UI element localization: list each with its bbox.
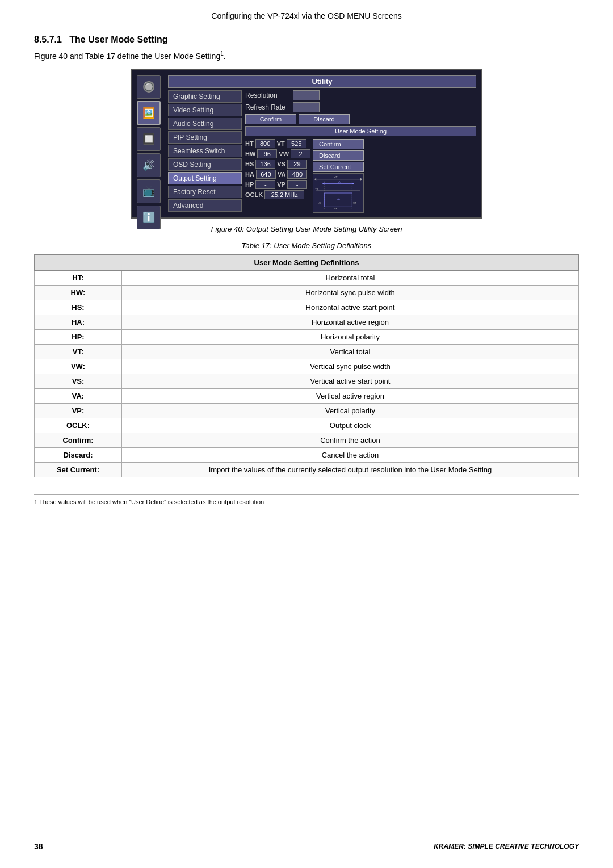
osd-title-bar: Utility bbox=[168, 75, 476, 88]
osd-main: Utility Graphic Setting Video Setting Au… bbox=[168, 75, 476, 213]
vs-label: VS bbox=[277, 161, 285, 167]
table-row: HW:Horizontal sync pulse width bbox=[35, 285, 579, 300]
menu-pip-setting[interactable]: PIP Setting bbox=[168, 131, 242, 144]
table-row: HA:Horizontal active region bbox=[35, 315, 579, 329]
section-title: 8.5.7.1 The User Mode Setting bbox=[34, 35, 579, 45]
svg-marker-2 bbox=[314, 178, 316, 180]
user-mode-set-current-btn[interactable]: Set Current bbox=[313, 162, 364, 172]
svg-marker-1 bbox=[360, 178, 363, 180]
user-mode-discard-btn[interactable]: Discard bbox=[313, 150, 364, 161]
osd-screen: 🔘 🖼️ 🔲 🔊 📺 ℹ️ Utility Graphic Setting Vi… bbox=[131, 69, 482, 219]
field-row-3: HA 640 VA 480 bbox=[245, 170, 310, 179]
vw-value: 2 bbox=[291, 149, 310, 158]
menu-audio-setting[interactable]: Audio Setting bbox=[168, 118, 242, 130]
oclk-row: OCLK 25.2 MHz bbox=[245, 190, 310, 199]
user-mode-confirm-btn[interactable]: Confirm bbox=[313, 139, 364, 149]
va-label: VA bbox=[278, 171, 285, 178]
svg-text:VA: VA bbox=[337, 198, 341, 200]
definition-cell: Horizontal active region bbox=[121, 315, 578, 329]
table-row: VS:Vertical active start point bbox=[35, 374, 579, 388]
menu-video-setting[interactable]: Video Setting bbox=[168, 104, 242, 116]
menu-graphic-setting[interactable]: Graphic Setting bbox=[168, 90, 242, 103]
table-row: VT:Vertical total bbox=[35, 344, 579, 359]
definition-cell: Horizontal sync pulse width bbox=[121, 285, 578, 300]
footnote-area: 1 These values will be used when “User D… bbox=[34, 494, 579, 505]
table-caption: Table 17: User Mode Setting Definitions bbox=[34, 241, 579, 250]
menu-osd-setting[interactable]: OSD Setting bbox=[168, 158, 242, 171]
menu-seamless-switch[interactable]: Seamless Switch bbox=[168, 145, 242, 157]
table-row: Set Current:Import the values of the cur… bbox=[35, 462, 579, 477]
vw-label: VW bbox=[279, 150, 289, 157]
definition-cell: Output clock bbox=[121, 418, 578, 433]
table-row: HT:Horizontal total bbox=[35, 270, 579, 285]
table-row: VP:Vertical polarity bbox=[35, 403, 579, 418]
term-cell: HA: bbox=[35, 315, 122, 329]
definition-cell: Horizontal polarity bbox=[121, 329, 578, 344]
field-row-4: HP - VP - bbox=[245, 180, 310, 189]
vt-value: 525 bbox=[287, 139, 306, 148]
menu-output-setting[interactable]: Output Setting bbox=[168, 172, 242, 184]
definition-cell: Vertical active start point bbox=[121, 374, 578, 388]
refresh-label: Refresh Rate bbox=[245, 103, 291, 111]
osd-icon-5: ℹ️ bbox=[137, 206, 161, 229]
definitions-table: User Mode Setting Definitions HT:Horizon… bbox=[34, 254, 579, 477]
user-mode-content: HT 800 VT 525 HW 96 VW 2 bbox=[245, 139, 476, 213]
table-row: OCLK:Output clock bbox=[35, 418, 579, 433]
resolution-label: Resolution bbox=[245, 91, 291, 99]
svg-text:HA: HA bbox=[334, 207, 338, 210]
menu-factory-reset[interactable]: Factory Reset bbox=[168, 186, 242, 198]
svg-marker-8 bbox=[322, 182, 325, 184]
table-row: VA:Vertical active region bbox=[35, 388, 579, 403]
svg-text:US: US bbox=[318, 202, 321, 204]
ht-label: HT bbox=[245, 140, 254, 147]
definition-cell: Confirm the action bbox=[121, 433, 578, 447]
table-row: Confirm:Confirm the action bbox=[35, 433, 579, 447]
resolution-value bbox=[293, 90, 320, 100]
osd-icon-3: 🔊 bbox=[137, 153, 161, 177]
table-row: Discard:Cancel the action bbox=[35, 447, 579, 462]
confirm-discard-discard-btn[interactable]: Discard bbox=[299, 114, 350, 124]
menu-advanced[interactable]: Advanced bbox=[168, 199, 242, 212]
table-row: VW:Vertical sync pulse width bbox=[35, 359, 579, 374]
page-number: 38 bbox=[34, 842, 43, 851]
oclk-label: OCLK bbox=[245, 191, 263, 198]
table-row: HP:Horizontal polarity bbox=[35, 329, 579, 344]
osd-container: 🔘 🖼️ 🔲 🔊 📺 ℹ️ Utility Graphic Setting Vi… bbox=[34, 69, 579, 219]
table-header: User Mode Setting Definitions bbox=[35, 254, 579, 270]
ha-label: HA bbox=[245, 171, 254, 178]
term-cell: Set Current: bbox=[35, 462, 122, 477]
definition-cell: Cancel the action bbox=[121, 447, 578, 462]
svg-marker-7 bbox=[352, 182, 354, 184]
vp-label: VP bbox=[277, 181, 285, 188]
definition-cell: Vertical total bbox=[121, 344, 578, 359]
timing-diagram: HT HA bbox=[313, 173, 364, 213]
table-row: HS:Horizontal active start point bbox=[35, 300, 579, 315]
hw-value: 96 bbox=[257, 149, 277, 158]
hp-label: HP bbox=[245, 181, 254, 188]
hs-value: 136 bbox=[255, 160, 275, 169]
vs-value: 29 bbox=[287, 160, 307, 169]
action-buttons: Confirm Discard Set Current HT bbox=[313, 139, 364, 213]
term-cell: HP: bbox=[35, 329, 122, 344]
confirm-discard-confirm-btn[interactable]: Confirm bbox=[245, 114, 296, 124]
ha-value: 640 bbox=[256, 170, 276, 179]
term-cell: VS: bbox=[35, 374, 122, 388]
field-row-0: HT 800 VT 525 bbox=[245, 139, 310, 148]
term-cell: HS: bbox=[35, 300, 122, 315]
osd-icon-2: 🔲 bbox=[137, 127, 161, 151]
definition-cell: Horizontal total bbox=[121, 270, 578, 285]
term-cell: Confirm: bbox=[35, 433, 122, 447]
refresh-value bbox=[293, 102, 320, 112]
oclk-value: 25.2 MHz bbox=[264, 190, 304, 199]
hs-label: HS bbox=[245, 161, 254, 167]
resolution-row: Resolution bbox=[245, 90, 476, 100]
field-row-1: HW 96 VW 2 bbox=[245, 149, 310, 158]
osd-utility-panel: Graphic Setting Video Setting Audio Sett… bbox=[168, 90, 476, 213]
definition-cell: Vertical polarity bbox=[121, 403, 578, 418]
osd-icon-1: 🖼️ bbox=[137, 101, 161, 125]
figure-caption: Figure 40: Output Setting User Mode Sett… bbox=[34, 225, 579, 233]
osd-icon-4: 📺 bbox=[137, 179, 161, 203]
svg-text:HT: HT bbox=[334, 175, 337, 178]
osd-menu-list: Graphic Setting Video Setting Audio Sett… bbox=[168, 90, 242, 213]
term-cell: VT: bbox=[35, 344, 122, 359]
